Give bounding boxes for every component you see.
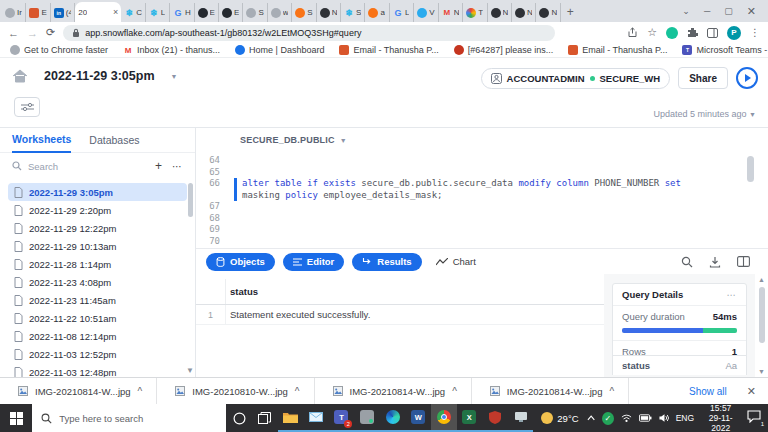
start-button[interactable] [0, 404, 32, 432]
extensions-puzzle-icon[interactable] [687, 27, 698, 38]
browser-tab[interactable]: E [195, 3, 219, 22]
antivirus-button[interactable] [482, 404, 508, 432]
close-button[interactable]: ✕ [747, 5, 756, 18]
browser-tab[interactable]: S [243, 3, 267, 22]
browser-tab[interactable]: N [488, 3, 512, 22]
browser-tab[interactable]: ❄S [341, 3, 365, 22]
bookmark-item[interactable]: Get to Chrome faster [10, 45, 108, 55]
download-item[interactable]: IMG-20210814-W...jpg^ [472, 378, 629, 404]
security-shield-icon[interactable]: ✓ [602, 412, 614, 425]
code-area[interactable]: alter table if exists secure_db.public.s… [242, 178, 746, 201]
context-selector[interactable]: ACCOUNTADMIN SECURE_WH [481, 68, 671, 89]
taskbar-weather[interactable]: 29°C [533, 404, 586, 432]
taskbar-search[interactable]: Type here to search [32, 404, 226, 432]
browser-tab[interactable]: w [268, 3, 292, 22]
objects-button[interactable]: Objects [206, 253, 275, 271]
maximize-button[interactable]: ▢ [724, 6, 733, 16]
network-app-button[interactable] [508, 404, 534, 432]
worksheet-item[interactable]: 2022-11-08 12:14pm [8, 327, 187, 345]
browser-tab-active[interactable]: 20× [75, 2, 121, 22]
new-tab-button[interactable]: + [567, 5, 574, 19]
query-details-menu-icon[interactable]: ⋯ [727, 289, 738, 300]
sidebar-search[interactable]: Search + ⋯ [0, 153, 195, 179]
bookmark-item[interactable]: Email - Thanusha P... [339, 45, 438, 55]
browser-tab[interactable]: E [219, 3, 243, 22]
title-dropdown-icon[interactable]: ▼ [171, 73, 178, 80]
browser-tab[interactable]: GH [170, 3, 194, 22]
battery-icon[interactable] [639, 414, 652, 422]
results-scrollbar[interactable]: ▲ ▼ [756, 274, 767, 377]
file-explorer-button[interactable] [278, 404, 304, 432]
bookmark-star-icon[interactable]: ☆ [647, 26, 657, 39]
word-button[interactable]: W [405, 404, 431, 432]
tab-worksheets[interactable]: Worksheets [12, 128, 71, 153]
worksheet-item[interactable]: 2022-11-23 11:45am [8, 291, 187, 309]
chrome-button[interactable] [431, 404, 457, 432]
task-view-button[interactable] [252, 404, 278, 432]
bookmark-item[interactable]: TMicrosoft Teams - i... [682, 45, 768, 55]
forward-button[interactable]: → [27, 27, 38, 39]
share-icon[interactable] [627, 27, 638, 38]
close-downloads-icon[interactable]: ✕ [747, 385, 756, 398]
download-chevron-up-icon[interactable]: ^ [609, 386, 614, 397]
vpn-client-button[interactable] [354, 404, 380, 432]
sidebar-scrollbar[interactable] [188, 183, 193, 217]
download-item[interactable]: IMG-20210810-W...jpg^ [157, 378, 314, 404]
edge-button[interactable] [380, 404, 406, 432]
browser-tab[interactable]: in(4 [51, 3, 75, 22]
database-context[interactable]: SECURE_DB.PUBLIC [240, 135, 335, 145]
reload-button[interactable]: ⟳ [46, 26, 55, 39]
grammarly-extension-icon[interactable] [666, 27, 678, 39]
run-button[interactable] [736, 67, 758, 89]
browser-tab[interactable]: Ir [2, 3, 26, 22]
context-dropdown-icon[interactable]: ▼ [340, 137, 347, 144]
browser-tab[interactable]: E [26, 3, 50, 22]
side-panel-icon[interactable] [707, 28, 718, 38]
volume-icon[interactable] [659, 413, 669, 423]
bookmark-item[interactable]: [#64287] please ins... [454, 45, 554, 55]
scroll-down-icon[interactable]: ▼ [186, 366, 194, 375]
action-center-button[interactable]: 1 [747, 410, 762, 426]
share-button[interactable]: Share [678, 67, 728, 89]
language-indicator[interactable]: ENG [676, 413, 694, 423]
menu-kebab-icon[interactable]: ⋮ [750, 27, 760, 38]
tray-chevron-up-icon[interactable] [587, 415, 595, 421]
code-line[interactable]: alter table if exists secure_db.public.s… [242, 178, 746, 190]
download-item[interactable]: IMG-20210814-W...jpg^ [315, 378, 472, 404]
code-line[interactable]: masking policy employee_details_mask; [242, 190, 746, 202]
columns-layout-icon[interactable] [737, 256, 750, 267]
worksheet-item[interactable]: 2022-11-29 3:05pm [8, 183, 187, 201]
wifi-icon[interactable] [621, 413, 632, 423]
browser-tab[interactable]: N [317, 3, 341, 22]
results-button[interactable]: Results [352, 253, 421, 271]
download-item[interactable]: IMG-20210814-W...jpg^ [0, 378, 157, 404]
worksheet-item[interactable]: 2022-11-29 12:22pm [8, 219, 187, 237]
download-icon[interactable] [709, 256, 721, 268]
more-options-icon[interactable]: ⋯ [172, 161, 183, 172]
sql-editor[interactable]: 64656667686970 alter table if exists sec… [196, 152, 756, 248]
bookmark-item[interactable]: Email - Thanusha P... [568, 45, 667, 55]
back-button[interactable]: ← [8, 27, 19, 39]
browser-tab[interactable]: GL [390, 3, 414, 22]
editor-button[interactable]: Editor [283, 253, 344, 271]
browser-tab[interactable]: MN [439, 3, 463, 22]
mail-button[interactable] [303, 404, 329, 432]
minimize-button[interactable]: ─ [704, 6, 710, 16]
worksheet-item[interactable]: 2022-11-28 1:14pm [8, 255, 187, 273]
browser-tab[interactable]: N [536, 3, 560, 22]
scrollbar-thumb[interactable] [759, 287, 765, 343]
browser-tab[interactable]: T [463, 3, 487, 22]
table-row[interactable]: 1 Statement executed successfully. [196, 305, 604, 325]
browser-tab[interactable]: ❄C [121, 3, 145, 22]
browser-tab[interactable]: V [414, 3, 438, 22]
address-bar[interactable]: app.snowflake.com/ap-southeast-1/gb80132… [63, 25, 555, 41]
worksheet-item[interactable]: 2022-11-29 2:20pm [8, 201, 187, 219]
scroll-down-icon[interactable]: ▼ [758, 368, 765, 375]
chart-tab[interactable]: Chart [436, 256, 476, 267]
worksheet-item[interactable]: 2022-11-23 4:08pm [8, 273, 187, 291]
profile-avatar[interactable]: P [727, 26, 741, 40]
browser-tab[interactable]: S [292, 3, 316, 22]
browser-tab[interactable]: ❄L [146, 3, 170, 22]
tab-databases[interactable]: Databases [89, 128, 139, 153]
teams-button[interactable]: T 2 [329, 404, 355, 432]
